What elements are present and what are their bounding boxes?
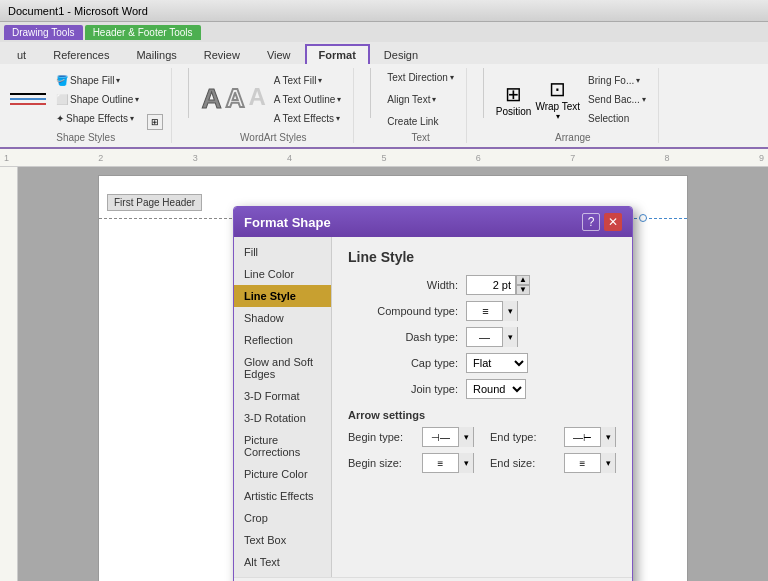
shape-outline-arrow: ▾ [135,95,139,104]
sidebar-line-style[interactable]: Line Style [234,285,331,307]
shape-styles-group: 🪣 Shape Fill ▾ ⬜ Shape Outline ▾ ✦ Shape… [8,68,172,143]
wordart-a3[interactable]: A [248,85,265,113]
text-outline-btn[interactable]: A Text Outline ▾ [270,90,346,108]
wordart-samples: A A A [201,85,265,113]
bring-forward-btn[interactable]: Bring Fo... ▾ [584,71,650,89]
sep3 [483,68,484,118]
dialog-help-btn[interactable]: ? [582,213,600,231]
effects-icon: ✦ [56,113,64,124]
line-sample-solid [10,93,46,95]
dialog-close-btn[interactable]: ✕ [604,213,622,231]
wrap-icon: ⊡ [549,77,566,101]
cap-label: Cap type: [348,357,458,369]
wordart-styles-group: A A A A Text Fill ▾ A Text Outline ▾ A T… [201,68,354,143]
wrap-text-btn[interactable]: ⊡ Wrap Text ▾ [535,77,580,121]
anchor-dot [639,214,647,222]
dash-dropdown[interactable]: — ▾ [466,327,518,347]
tab-mailings[interactable]: Mailings [123,45,189,64]
width-down-btn[interactable]: ▼ [516,285,530,295]
sidebar-line-color[interactable]: Line Color [234,263,331,285]
sidebar-3d-rotation[interactable]: 3-D Rotation [234,407,331,429]
vertical-ruler [0,167,18,581]
horizontal-ruler: 123 456 789 [0,149,768,167]
sidebar-picture-corrections[interactable]: Picture Corrections [234,429,331,463]
begin-type-dropdown[interactable]: ⊣— ▾ [422,427,474,447]
text-direction-btn[interactable]: Text Direction ▾ [383,68,458,86]
dialog-sidebar: Fill Line Color Line Style Shadow Reflec… [234,237,332,577]
drawing-tools-tab[interactable]: Drawing Tools [4,25,83,40]
send-back-btn[interactable]: Send Bac... ▾ [584,90,650,108]
cap-select[interactable]: Flat Round Square [466,353,528,373]
selection-btn[interactable]: Selection [584,109,650,127]
dialog-title-bar: Format Shape ? ✕ [234,207,632,237]
join-select[interactable]: Round Bevel Miter [466,379,526,399]
create-link-btn[interactable]: Create Link [383,112,442,130]
header-footer-tab[interactable]: Header & Footer Tools [85,25,201,40]
end-type-label: End type: [490,431,560,443]
document-area: First Page Header Rumus Rumus.com Format… [0,167,768,581]
line-sample-blue [10,98,46,100]
format-shape-dialog: Format Shape ? ✕ Fill Line Color Line St… [233,206,633,581]
sidebar-fill[interactable]: Fill [234,241,331,263]
begin-size-dropdown[interactable]: ≡ ▾ [422,453,474,473]
sidebar-artistic-effects[interactable]: Artistic Effects [234,485,331,507]
header-label-text: First Page Header [107,194,202,211]
compound-dropdown[interactable]: ≡ ▾ [466,301,518,321]
arrow-size-row: Begin size: ≡ ▾ End size: [348,453,616,473]
header-label-box: First Page Header [107,194,202,211]
arrow-type-row: Begin type: ⊣— ▾ End type: [348,427,616,447]
sidebar-picture-color[interactable]: Picture Color [234,463,331,485]
join-label: Join type: [348,383,458,395]
ribbon: Drawing Tools Header & Footer Tools ut R… [0,22,768,149]
align-text-btn[interactable]: Align Text ▾ [383,90,440,108]
arrange-group: ⊞ Position ⊡ Wrap Text ▾ Bring Fo... ▾ S… [496,68,659,143]
shape-styles-label: Shape Styles [8,130,163,143]
sidebar-alt-text[interactable]: Alt Text [234,551,331,573]
dash-row: Dash type: — ▾ [348,327,616,347]
wordart-a1[interactable]: A [201,85,221,113]
tab-design[interactable]: Design [371,45,431,64]
dialog-footer: Close [234,577,632,581]
tab-references[interactable]: References [40,45,122,64]
width-up-btn[interactable]: ▲ [516,275,530,285]
shape-lines-preview [8,91,48,107]
width-spinner: ▲ ▼ [466,275,530,295]
compound-label: Compound type: [348,305,458,317]
sep1 [188,68,189,118]
shape-fill-arrow: ▾ [116,76,120,85]
tab-view[interactable]: View [254,45,304,64]
sep2 [370,68,371,118]
position-btn[interactable]: ⊞ Position [496,82,532,117]
dialog-title: Format Shape [244,215,331,230]
tab-ut[interactable]: ut [4,45,39,64]
dialog-body: Fill Line Color Line Style Shadow Reflec… [234,237,632,577]
shape-outline-btn[interactable]: ⬜ Shape Outline ▾ [52,90,143,108]
app-title: Document1 - Microsoft Word [8,5,148,17]
end-size-dropdown[interactable]: ≡ ▾ [564,453,616,473]
document-main: First Page Header Rumus Rumus.com Format… [18,167,768,581]
sidebar-reflection[interactable]: Reflection [234,329,331,351]
text-effects-btn[interactable]: A Text Effects ▾ [270,109,346,127]
tab-review[interactable]: Review [191,45,253,64]
sidebar-text-box[interactable]: Text Box [234,529,331,551]
tab-format[interactable]: Format [305,44,370,64]
text-fill-btn[interactable]: A Text Fill ▾ [270,71,346,89]
sidebar-shadow[interactable]: Shadow [234,307,331,329]
width-control: ▲ ▼ [466,275,530,295]
sidebar-glow[interactable]: Glow and Soft Edges [234,351,331,385]
sidebar-crop[interactable]: Crop [234,507,331,529]
shape-styles-expand[interactable]: ⊞ [147,114,163,130]
arrow-settings-title: Arrow settings [348,409,616,421]
sidebar-3d-format[interactable]: 3-D Format [234,385,331,407]
cap-row: Cap type: Flat Round Square [348,353,616,373]
compound-row: Compound type: ≡ ▾ [348,301,616,321]
text-group: Text Direction ▾ Align Text ▾ Create Lin… [383,68,467,143]
width-row: Width: ▲ ▼ [348,275,616,295]
shape-effects-arrow: ▾ [130,114,134,123]
shape-fill-btn[interactable]: 🪣 Shape Fill ▾ [52,71,143,89]
end-size-label: End size: [490,457,560,469]
end-type-dropdown[interactable]: —⊢ ▾ [564,427,616,447]
shape-effects-btn[interactable]: ✦ Shape Effects ▾ [52,109,143,127]
width-input[interactable] [466,275,516,295]
wordart-a2[interactable]: A [226,85,245,113]
